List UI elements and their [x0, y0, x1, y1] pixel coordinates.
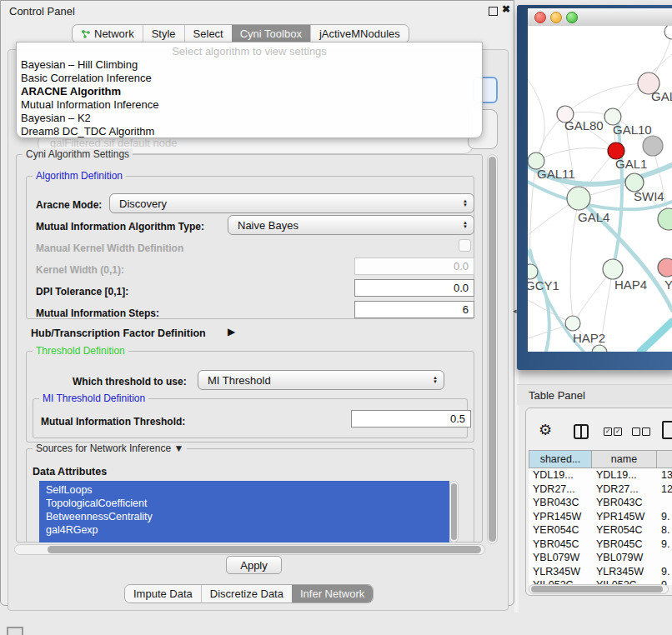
node-bottom[interactable] [592, 345, 607, 352]
table-row[interactable]: YDR27...YDR27...12 [529, 482, 672, 497]
cyni-bottom-tabbar: Impute Data Discretize Data Infer Networ… [124, 584, 374, 603]
network-window-titlebar[interactable] [528, 8, 672, 27]
network-edge[interactable] [640, 322, 672, 352]
algorithm-option[interactable]: Bayesian – K2 [17, 112, 482, 125]
attribute-list-item[interactable]: TopologicalCoefficient [46, 497, 449, 510]
split-columns-icon[interactable] [574, 424, 589, 439]
document-icon[interactable] [662, 421, 672, 439]
network-canvas[interactable]: GALGAL80GAL10GAL1GAL11SWI4GAL4GCY1HAP4YH… [528, 26, 672, 352]
node-gcy1[interactable] [528, 264, 538, 279]
minimized-panel-icon[interactable] [7, 627, 23, 635]
tab-style[interactable]: Style [143, 25, 184, 42]
table-cell: YBR045C [529, 538, 592, 552]
which-threshold-combo[interactable]: MI Threshold ▲▼ [198, 370, 444, 390]
aracne-mode-combo[interactable]: Discovery ▲▼ [109, 193, 474, 213]
table-cell: YER054C [592, 523, 657, 538]
table-row[interactable]: YER054CYER054C8. [529, 523, 672, 538]
table-row[interactable]: YBL079WYBL079W [529, 551, 672, 565]
apply-button[interactable]: Apply [226, 556, 282, 574]
node-cut-top[interactable] [664, 26, 672, 39]
settings-vertical-scrollbar[interactable] [487, 154, 498, 544]
dpi-tolerance-field[interactable]: 0.0 [354, 279, 474, 297]
attributes-scrollbar[interactable] [449, 481, 459, 542]
algorithm-option[interactable]: Mutual Information Inference [17, 98, 482, 112]
aracne-mode-value: Discovery [119, 198, 167, 210]
table-row[interactable]: YBR043CYBR043C [529, 496, 672, 510]
kernel-width-field[interactable]: 0.0 [354, 258, 474, 275]
checked-checkbox-icon[interactable]: ✓ [604, 428, 612, 436]
node-gray[interactable] [643, 136, 663, 156]
table-cell: 13 [657, 468, 672, 482]
checked-checkbox-icon[interactable]: ✓ [614, 428, 622, 436]
unchecked-checkbox-icon[interactable] [642, 428, 650, 436]
table-panel-bar: Table Panel [517, 384, 672, 405]
table-cell: YPR145W [529, 510, 592, 524]
node-hap2[interactable] [565, 316, 580, 331]
column-header-name[interactable]: name [592, 450, 657, 468]
node-pink-right[interactable] [658, 258, 672, 277]
scrollbar-thumb[interactable] [48, 546, 481, 553]
network-edge[interactable] [613, 118, 622, 269]
network-edge[interactable] [536, 148, 616, 161]
table-row[interactable]: YBR045CYBR045C9. [529, 538, 672, 552]
table-cell: YDR27... [529, 482, 592, 497]
table-cell: 9. [657, 510, 672, 524]
algorithm-option[interactable]: Bayesian – Hill Climbing [17, 58, 482, 72]
network-edge[interactable] [565, 83, 649, 114]
algorithm-list: Bayesian – Hill ClimbingBasic Correlatio… [17, 58, 482, 138]
scrollbar-thumb[interactable] [451, 483, 457, 540]
close-traffic-light[interactable] [534, 12, 546, 23]
node-gal4-label: GAL4 [578, 210, 609, 224]
attribute-list-item[interactable]: SelfLoops [46, 483, 449, 497]
ghost-combo-value: galFiltered.sif default node [50, 137, 177, 149]
mi-steps-field[interactable]: 6 [354, 301, 474, 318]
tab-select[interactable]: Select [184, 25, 232, 42]
column-header-cut[interactable] [657, 450, 672, 468]
zoom-traffic-light[interactable] [566, 12, 578, 23]
tab-jactivemnodules[interactable]: jActiveMNodules [310, 25, 409, 42]
data-attributes-label: Data Attributes [33, 466, 107, 478]
column-header-shared-name[interactable]: shared... [529, 450, 592, 468]
unchecked-checkbox-icon[interactable] [632, 428, 640, 436]
table-row[interactable]: YLR345WYLR345W9. [529, 565, 672, 579]
expand-arrow-icon[interactable]: ▶ [228, 326, 235, 338]
network-edge[interactable] [528, 79, 544, 161]
close-window-icon[interactable]: ✖ [502, 3, 510, 15]
collapse-arrow-icon[interactable]: ▼ [173, 442, 183, 454]
attribute-list-item[interactable]: gal4RGexp [46, 523, 449, 537]
tab-network[interactable]: Network [73, 25, 143, 42]
minimize-traffic-light[interactable] [550, 12, 562, 23]
attribute-list-item[interactable]: BetweennessCentrality [46, 510, 449, 523]
scrollbar-thumb[interactable] [489, 157, 496, 542]
kernel-width-label: Kernel Width (0,1): [36, 264, 124, 276]
sources-group-title[interactable]: Sources for Network Inference ▼ [33, 442, 187, 454]
table-row[interactable]: YPR145WYPR145W9. [529, 510, 672, 524]
control-panel-tabbar: Network Style Select Cyni Toolbox jActiv… [72, 24, 409, 43]
tab-label: Cyni Toolbox [240, 28, 302, 40]
table-cell: YBR043C [592, 496, 657, 510]
tab-infer-network[interactable]: Infer Network [292, 585, 373, 602]
tab-cyni-toolbox[interactable]: Cyni Toolbox [232, 25, 310, 42]
node-gal4[interactable] [567, 187, 590, 210]
settings-horizontal-scrollbar[interactable] [14, 544, 485, 555]
node-hap2-label: HAP2 [573, 331, 605, 345]
node-hap4[interactable] [603, 259, 623, 279]
hub-definition-label[interactable]: Hub/Transcription Factor Definition [31, 328, 206, 339]
algorithm-option[interactable]: Basic Correlation Inference [17, 72, 482, 85]
algorithm-option[interactable]: Dream8 DC_TDC Algorithm [17, 125, 482, 138]
table-cell [657, 496, 672, 510]
scrollbar-thumb[interactable] [531, 586, 663, 592]
algorithm-option[interactable]: ARACNE Algorithm [17, 85, 482, 98]
mi-type-combo[interactable]: Naive Bayes ▲▼ [228, 215, 474, 235]
tab-impute-data[interactable]: Impute Data [125, 585, 201, 602]
table-row[interactable]: YDL19...YDL19...13 [529, 468, 672, 482]
float-window-icon[interactable] [489, 7, 498, 16]
table-horizontal-scrollbar[interactable] [529, 584, 669, 594]
mi-threshold-field[interactable]: 0.5 [351, 410, 471, 428]
node-green-right[interactable] [658, 208, 672, 230]
manual-kernel-checkbox[interactable] [459, 239, 471, 252]
divider-collapse-icon[interactable]: ◂ [513, 307, 517, 315]
tab-discretize-data[interactable]: Discretize Data [201, 585, 292, 602]
threshold-definition-title: Threshold Definition [33, 345, 128, 357]
gear-icon[interactable]: ⚙ [539, 421, 552, 439]
